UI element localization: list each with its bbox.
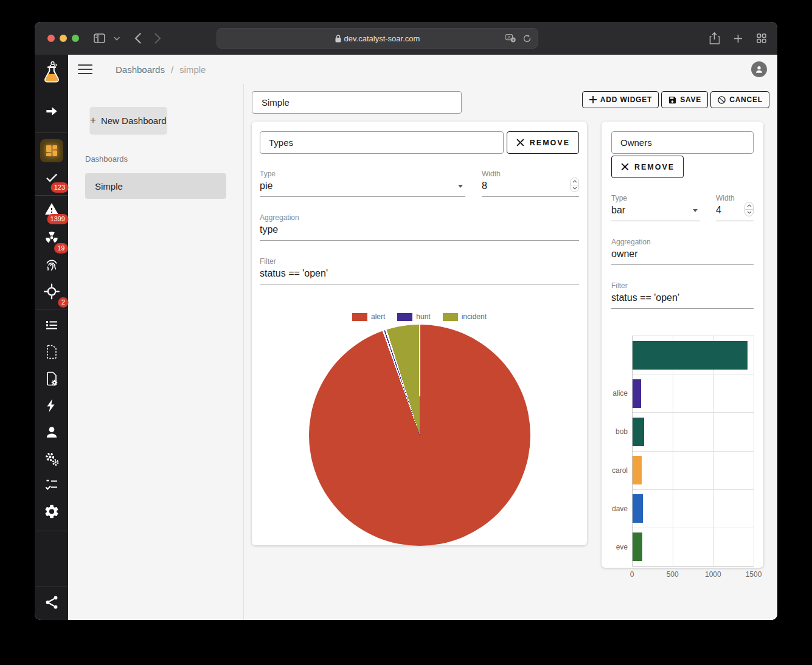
translate-icon[interactable]: A✦ [505, 34, 516, 43]
svg-text:✦: ✦ [512, 38, 515, 42]
filter-field[interactable]: Filter status == 'open' [260, 257, 579, 284]
share-page-icon[interactable] [709, 32, 720, 45]
dashboards-section-label: Dashboards [85, 154, 243, 164]
add-widget-button[interactable]: ADD WIDGET [582, 91, 659, 108]
filter-field[interactable]: Filter status == 'open' [611, 281, 754, 309]
rules-checklist-icon[interactable] [44, 477, 60, 494]
number-stepper[interactable] [744, 202, 754, 216]
save-icon [668, 95, 677, 105]
cancel-button[interactable]: CANCEL [710, 91, 769, 108]
legend-item-incident[interactable]: incident [443, 312, 487, 321]
widget-card-owners: REMOVE Type bar Width 4 [602, 122, 763, 568]
user-avatar[interactable] [751, 61, 767, 77]
legend-item-hunt[interactable]: hunt [397, 312, 430, 321]
legend-item-alert[interactable]: alert [352, 312, 385, 321]
hunts-badge: 2 [58, 297, 68, 308]
legend-label: incident [462, 312, 487, 321]
browser-toolbar: dev.catalyst-soar.com A✦ [35, 22, 777, 55]
bar-row [633, 412, 754, 450]
gridline [754, 336, 754, 566]
tab-overview-icon[interactable] [757, 33, 766, 43]
minimize-window-button[interactable] [60, 35, 67, 42]
list-icon[interactable] [44, 318, 60, 335]
share-graph-icon[interactable] [44, 594, 60, 613]
plus-icon: + [90, 114, 96, 126]
hamburger-menu-icon[interactable] [78, 61, 92, 77]
legend-swatch [352, 313, 367, 321]
x-axis-tick: 500 [667, 570, 679, 579]
dropdown-arrow-icon [693, 209, 698, 212]
bar-row [633, 489, 754, 528]
legend-label: alert [371, 312, 385, 321]
file-settings-icon[interactable] [44, 371, 59, 389]
save-button[interactable]: SAVE [661, 91, 708, 108]
bar-row [633, 336, 754, 374]
fingerprint-icon[interactable] [44, 257, 60, 275]
bar-carol [633, 456, 642, 484]
dashboard-name-input[interactable] [252, 91, 462, 114]
width-value: 4 [716, 204, 744, 216]
type-select[interactable]: Type bar [611, 194, 700, 221]
aggregation-field[interactable]: Aggregation type [260, 213, 579, 241]
widget-card-types: REMOVE Type pie Width 8 [252, 122, 587, 545]
width-input[interactable]: Width 4 [716, 194, 754, 221]
new-dashboard-button[interactable]: + New Dashboard [90, 107, 167, 134]
window-controls [47, 35, 79, 42]
widget-name-input[interactable] [611, 131, 754, 154]
url-bar[interactable]: dev.catalyst-soar.com A✦ [217, 28, 538, 49]
remove-widget-button[interactable]: REMOVE [611, 156, 684, 178]
widget-name-input[interactable] [260, 131, 504, 154]
plus-icon [589, 95, 597, 104]
settings-gear-icon[interactable] [43, 503, 60, 522]
incidents-radiation-icon[interactable]: 19 [44, 230, 60, 248]
dashboards-icon[interactable] [40, 139, 63, 162]
breadcrumb-dashboards-link[interactable]: Dashboards [116, 64, 165, 75]
nav-item-simple[interactable]: Simple [85, 173, 226, 199]
x-axis-tick: 0 [630, 570, 634, 579]
draft-document-icon[interactable] [44, 344, 59, 362]
zoom-window-button[interactable] [72, 35, 79, 42]
close-icon [516, 138, 525, 147]
bar-unlabeled [633, 341, 748, 370]
bar-category-label [611, 336, 632, 374]
app-icon-rail: 123 1399 19 2 [35, 55, 68, 620]
number-stepper[interactable] [570, 177, 579, 192]
pie-legend: alerthuntincident [260, 312, 579, 321]
automation-lightning-icon[interactable] [44, 398, 59, 416]
aggregation-field[interactable]: Aggregation owner [611, 238, 754, 265]
bar-chart: alicebobcaroldaveeve [611, 336, 754, 567]
filter-value: status == 'open' [611, 292, 754, 304]
reload-icon[interactable] [522, 34, 532, 43]
type-select-value: bar [611, 204, 693, 216]
close-window-button[interactable] [47, 35, 55, 42]
sidebar-toggle-icon[interactable] [94, 33, 105, 43]
cancel-icon [717, 95, 726, 105]
bar-category-label: alice [611, 374, 632, 412]
tickets-check-icon[interactable]: 123 [43, 170, 60, 187]
bar-bob [633, 418, 644, 446]
type-select[interactable]: Type pie [260, 170, 465, 197]
bar-plot [632, 336, 754, 567]
chevron-down-icon[interactable] [114, 36, 120, 41]
services-gears-icon[interactable] [43, 450, 60, 469]
catalyst-flask-logo-icon[interactable] [41, 61, 63, 89]
expand-arrow-icon[interactable] [44, 103, 60, 122]
bar-eve [633, 532, 642, 561]
width-value: 8 [482, 180, 570, 192]
pie-chart [309, 325, 530, 546]
remove-widget-button[interactable]: REMOVE [507, 131, 579, 154]
filter-value: status == 'open' [260, 267, 579, 280]
dropdown-arrow-icon [458, 185, 463, 188]
width-input[interactable]: Width 8 [482, 170, 579, 197]
legend-label: hunt [416, 312, 430, 321]
hunts-crosshair-icon[interactable]: 2 [43, 283, 60, 302]
dashboards-panel: + New Dashboard Dashboards Simple [68, 84, 243, 620]
new-tab-icon[interactable] [734, 34, 743, 43]
forward-button[interactable] [154, 33, 161, 44]
bar-ylabels: alicebobcaroldaveeve [611, 336, 632, 567]
users-person-icon[interactable] [44, 424, 60, 443]
alerts-warning-icon[interactable]: 1399 [43, 202, 60, 219]
breadcrumb-current: simple [179, 64, 206, 75]
breadcrumb-separator: / [171, 64, 173, 75]
back-button[interactable] [134, 33, 141, 44]
